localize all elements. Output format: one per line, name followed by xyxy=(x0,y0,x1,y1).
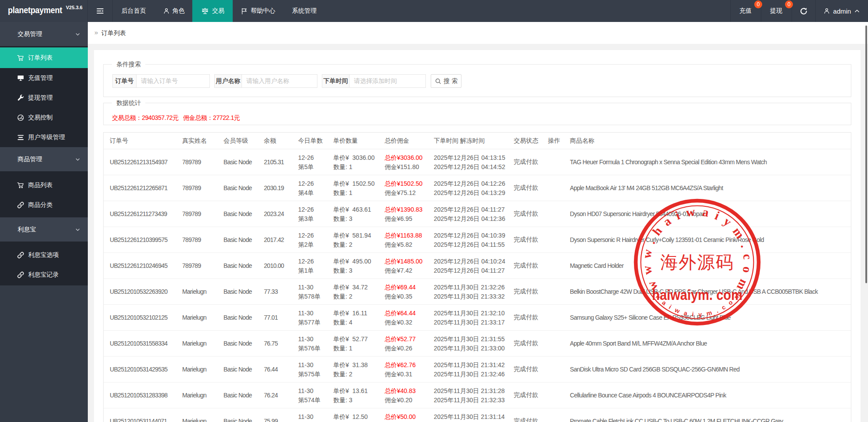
svg-text:海外源码: 海外源码 xyxy=(660,252,734,272)
